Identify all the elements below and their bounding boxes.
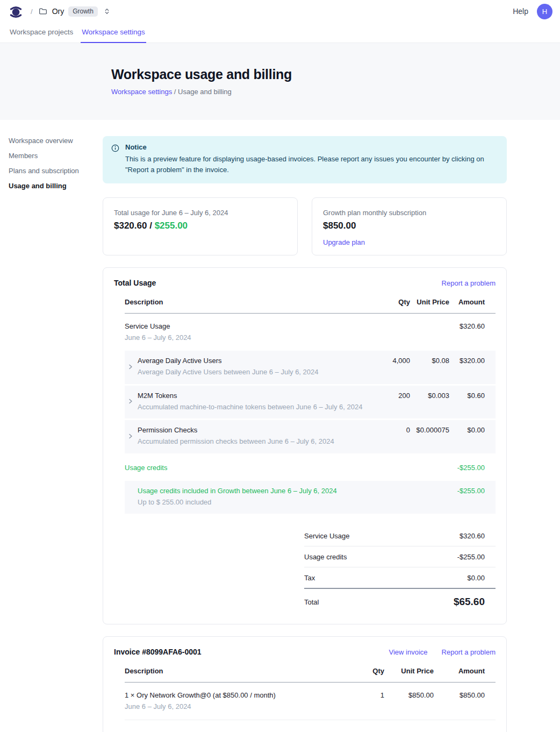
total-usage-panel: Total Usage Report a problem Description… [103, 267, 507, 624]
row-title: 1 × Ory Network Growth@0 (at $850.00 / m… [125, 691, 352, 700]
workspace-switcher[interactable]: Ory Growth [38, 6, 111, 17]
chevron-updown-icon[interactable] [103, 8, 111, 15]
usage-table: Description Qty Unit Price Amount Servic… [125, 298, 496, 514]
ory-logo-icon[interactable] [9, 4, 23, 19]
sidebar-item-usage-and-billing[interactable]: Usage and billing [9, 178, 103, 193]
total-label: Total [304, 598, 319, 606]
usage-separator: / [147, 221, 154, 231]
row-unit-price: $0.08 [410, 357, 449, 365]
subscription-card: Growth plan monthly subscription $850.00… [312, 197, 507, 255]
breadcrumb-link-settings[interactable]: Workspace settings [111, 88, 172, 96]
row-subtitle: Average Daily Active Users between June … [138, 368, 378, 376]
row-unit-price: $0.003 [410, 392, 449, 400]
page-title: Workspace usage and billing [111, 67, 560, 82]
total-usage-value: $320.60 / $255.00 [114, 221, 286, 231]
panel-title: Total Usage [114, 279, 156, 287]
subscription-label: Growth plan monthly subscription [323, 209, 496, 217]
usage-credit-limit: $255.00 [155, 221, 188, 231]
col-amount: Amount [434, 667, 485, 676]
summary-label: Usage credits [304, 553, 347, 561]
summary-label: Service Usage [304, 532, 350, 540]
tab-workspace-settings[interactable]: Workspace settings [81, 23, 146, 43]
report-problem-link[interactable]: Report a problem [442, 648, 496, 656]
view-invoice-link[interactable]: View invoice [389, 648, 428, 656]
breadcrumb-divider: / [174, 88, 178, 96]
table-row: M2M Tokens Accumulated machine-to-machin… [125, 386, 496, 419]
breadcrumb-current: Usage and billing [178, 88, 232, 96]
notice-title: Notice [125, 143, 495, 151]
workspace-name: Ory [52, 7, 64, 16]
row-qty: 200 [378, 392, 410, 400]
row-qty: 1 [352, 691, 384, 700]
row-qty: 4,000 [378, 357, 410, 365]
col-qty: Qty [352, 667, 384, 676]
row-amount: $850.00 [434, 691, 485, 700]
usage-amount: $320.60 [114, 221, 147, 231]
breadcrumb-separator: / [31, 8, 33, 16]
row-subtitle: June 6 – July 6, 2024 [125, 702, 352, 711]
help-link[interactable]: Help [513, 7, 528, 16]
preview-notice: Notice This is a preview feature for dis… [103, 136, 507, 183]
row-subtitle: Accumulated permission checks between Ju… [138, 437, 378, 446]
table-row: Permission Checks Accumulated permission… [125, 420, 496, 453]
report-problem-link[interactable]: Report a problem [442, 279, 496, 287]
row-title: Usage credits [125, 464, 378, 472]
row-unit-price: $0.000075 [410, 426, 449, 435]
usage-table-header: Description Qty Unit Price Amount [125, 298, 496, 313]
table-row: Usage credits -$255.00 [125, 455, 496, 481]
row-title: M2M Tokens [138, 392, 378, 400]
folder-icon [38, 6, 48, 16]
row-title: Average Daily Active Users [138, 357, 378, 365]
page-header: Workspace usage and billing Workspace se… [0, 43, 560, 120]
table-row: Service Usage June 6 – July 6, 2024 $320… [125, 314, 496, 351]
breadcrumb: Workspace settings / Usage and billing [111, 88, 560, 96]
info-icon [111, 144, 119, 175]
row-title: Permission Checks [138, 426, 378, 435]
summary-row: Tax $0.00 [304, 567, 496, 589]
summary-value: $0.00 [467, 574, 485, 582]
avatar[interactable]: H [537, 4, 552, 19]
sidebar-item-workspace-overview[interactable]: Workspace overview [9, 133, 103, 148]
row-amount: -$255.00 [449, 487, 485, 495]
summary-value: $320.60 [460, 532, 485, 540]
col-unit-price: Unit Price [410, 298, 449, 307]
col-qty: Qty [378, 298, 410, 307]
settings-sidebar: Workspace overview Members Plans and sub… [0, 120, 103, 193]
chevron-right-icon[interactable] [125, 433, 138, 439]
col-amount: Amount [449, 298, 485, 307]
col-description: Description [125, 667, 352, 676]
row-title: Usage credits included in Growth between… [138, 487, 378, 495]
row-amount: $0.00 [449, 426, 485, 435]
row-subtitle: Up to $ 255.00 included [138, 498, 378, 507]
row-qty: 0 [378, 426, 410, 435]
row-subtitle: Accumulated machine-to-machine tokens be… [138, 403, 378, 411]
invoice-panel: Invoice #8099AFA6-0001 View invoice Repo… [103, 636, 507, 732]
invoice-table-header: Description Qty Unit Price Amount [125, 667, 496, 682]
table-row: Usage credits included in Growth between… [125, 481, 496, 514]
row-amount: $320.60 [449, 322, 485, 331]
total-usage-card: Total usage for June 6 – July 6, 2024 $3… [103, 197, 298, 255]
upgrade-plan-link[interactable]: Upgrade plan [323, 238, 365, 246]
sidebar-item-members[interactable]: Members [9, 148, 103, 163]
col-unit-price: Unit Price [384, 667, 434, 676]
summary-value: -$255.00 [457, 553, 485, 561]
chevron-right-icon[interactable] [125, 398, 138, 404]
workspace-tabs: Workspace projects Workspace settings [0, 23, 560, 43]
summary-row: Usage credits -$255.00 [304, 546, 496, 567]
total-usage-label: Total usage for June 6 – July 6, 2024 [114, 209, 286, 217]
summary-label: Tax [304, 574, 315, 582]
plan-badge: Growth [68, 6, 98, 17]
row-unit-price: $850.00 [384, 691, 434, 700]
row-title: Service Usage [125, 322, 378, 331]
col-description: Description [125, 298, 378, 307]
sidebar-item-plans-and-subscription[interactable]: Plans and subscription [9, 163, 103, 178]
summary-total-row: Total $65.60 [304, 589, 496, 611]
row-amount: $320.00 [449, 357, 485, 365]
chevron-right-icon[interactable] [125, 364, 138, 370]
topbar: / Ory Growth Help H [0, 0, 560, 23]
tab-workspace-projects[interactable]: Workspace projects [9, 23, 74, 43]
notice-body: This is a preview feature for displaying… [125, 154, 495, 175]
summary-row: Service Usage $320.60 [304, 525, 496, 546]
invoice-table: Description Qty Unit Price Amount 1 × Or… [125, 667, 496, 720]
table-row: Average Daily Active Users Average Daily… [125, 351, 496, 384]
